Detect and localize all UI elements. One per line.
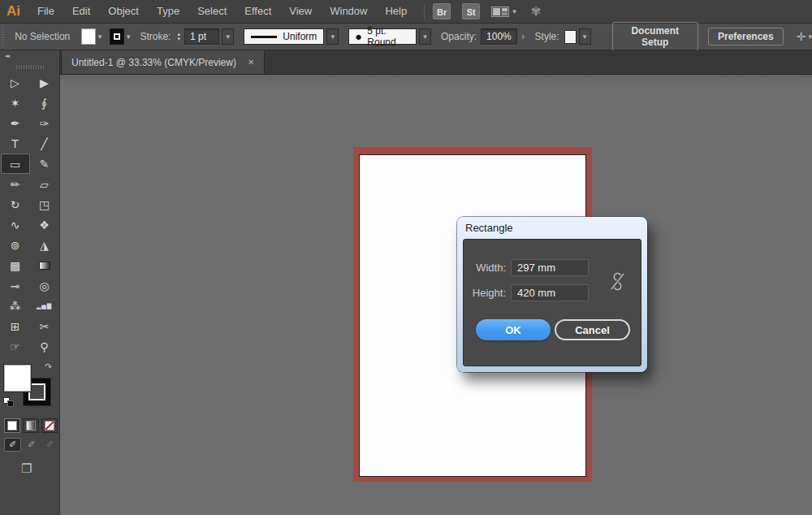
dialog-title[interactable]: Rectangle [457, 217, 647, 239]
brush-definition-dropdown[interactable]: ● 5 pt. Round [348, 28, 417, 45]
rotate-tool[interactable]: ↻ [1, 194, 30, 214]
width-profile-dropdown[interactable]: Uniform [244, 28, 324, 45]
blend-icon: ◎ [39, 279, 49, 292]
perspective-grid-icon: ◮ [40, 239, 49, 252]
artboard-icon: ⊞ [11, 320, 20, 333]
type-tool[interactable]: T [1, 133, 30, 154]
stock-button[interactable]: St [462, 3, 480, 19]
panel-grip[interactable] [1, 26, 5, 47]
cs-live-icon[interactable]: ✾ [531, 4, 542, 19]
stroke-weight-stepper[interactable]: ▴ ▾ [177, 32, 180, 41]
menu-select[interactable]: Select [188, 0, 235, 23]
stroke-swatch-hole [114, 33, 120, 40]
chevron-down-icon[interactable]: ▾ [512, 7, 516, 15]
draw-normal-mode[interactable]: ✐ [4, 438, 21, 452]
menu-edit[interactable]: Edit [63, 0, 99, 23]
screen-mode-icon[interactable]: ❐ [21, 461, 59, 476]
chevron-down-icon[interactable]: ▾ [127, 32, 131, 41]
selection-tool[interactable]: ▷ [1, 72, 30, 93]
free-transform-tool[interactable]: ❖ [30, 214, 59, 235]
gradient-button[interactable] [23, 418, 39, 433]
column-graph-tool[interactable]: ▂▅▇ [30, 296, 59, 316]
draw-behind-mode[interactable]: ✐ [23, 438, 40, 452]
tools-grid: ▷▶✶∮✒✑T╱▭✎✏▱↻◳∿❖⊚◮▩⊸◎⁂▂▅▇⊞✂☞⚲ [0, 72, 59, 357]
magic-wand-tool[interactable]: ✶ [1, 93, 30, 113]
blob-brush-tool[interactable]: ✏ [1, 174, 30, 194]
gradient-tool[interactable] [30, 255, 59, 275]
menu-window[interactable]: Window [321, 0, 376, 23]
paintbrush-tool[interactable]: ✎ [30, 154, 59, 174]
menu-view[interactable]: View [280, 0, 321, 23]
chevron-down-icon[interactable]: ▾ [98, 32, 102, 41]
default-fill-stroke-icon[interactable] [3, 397, 15, 407]
rectangle-icon: ▭ [10, 158, 20, 171]
control-panel-extra-icon[interactable]: ✛ [797, 30, 806, 43]
color-button[interactable] [4, 418, 20, 433]
collapse-panel-icon[interactable]: ◂◂ [0, 50, 59, 62]
blob-brush-icon: ✏ [11, 178, 20, 191]
ok-button[interactable]: OK [476, 319, 551, 340]
width-profile-chevron[interactable]: ▾ [326, 28, 339, 45]
spinner-down-icon[interactable]: ▾ [177, 37, 180, 41]
lasso-tool[interactable]: ∮ [30, 93, 59, 113]
height-field[interactable] [511, 284, 589, 301]
arrange-pane-large [493, 8, 500, 15]
line-segment-tool[interactable]: ╱ [30, 133, 59, 154]
scale-tool[interactable]: ◳ [30, 194, 59, 214]
zoom-tool[interactable]: ⚲ [30, 336, 59, 357]
opacity-arrow-icon[interactable]: › [521, 31, 525, 42]
width-field[interactable] [511, 259, 589, 276]
chevron-down-icon[interactable]: ▾ [808, 32, 812, 41]
swap-fill-stroke-icon[interactable]: ↷ [45, 361, 52, 372]
blend-tool[interactable]: ◎ [30, 275, 59, 296]
mesh-tool[interactable]: ▩ [1, 255, 30, 275]
selection-icon: ▷ [11, 76, 19, 89]
constrain-proportions-icon[interactable] [611, 272, 624, 294]
hand-tool[interactable]: ☞ [1, 336, 30, 357]
slice-tool[interactable]: ✂ [30, 316, 59, 336]
tools-panel-grip[interactable] [16, 65, 44, 69]
symbol-sprayer-tool[interactable]: ⁂ [1, 296, 30, 316]
fill-color-swatch[interactable] [81, 28, 96, 45]
stroke-label: Stroke: [140, 31, 171, 42]
close-icon[interactable]: ✕ [248, 58, 254, 67]
rectangle-tool[interactable]: ▭ [1, 154, 30, 174]
perspective-grid-tool[interactable]: ◮ [30, 235, 59, 255]
graphic-style-swatch[interactable] [564, 30, 577, 44]
style-chevron[interactable]: ▾ [579, 28, 591, 45]
none-button[interactable] [41, 418, 58, 433]
stroke-weight-field[interactable]: 1 pt [184, 28, 219, 45]
preferences-button[interactable]: Preferences [708, 28, 784, 45]
pen-tool[interactable]: ✒ [1, 113, 30, 133]
document-tab-title: Untitled-1 @ 33.33% (CMYK/Preview) [71, 57, 236, 68]
drawing-modes-row: ✐✐✐ [0, 438, 59, 452]
menu-object[interactable]: Object [99, 0, 148, 23]
cancel-button[interactable]: Cancel [555, 319, 630, 340]
document-setup-button[interactable]: Document Setup [612, 22, 698, 51]
eyedropper-tool[interactable]: ⊸ [1, 275, 30, 296]
document-tab[interactable]: Untitled-1 @ 33.33% (CMYK/Preview) ✕ [61, 50, 265, 74]
pencil-tool[interactable]: ✑ [30, 113, 59, 133]
width-tool[interactable]: ∿ [1, 214, 30, 235]
menu-help[interactable]: Help [376, 0, 416, 23]
arrange-documents-icon[interactable] [491, 6, 509, 17]
bridge-button[interactable]: Br [433, 3, 451, 19]
rotate-icon: ↻ [11, 198, 20, 211]
slice-icon: ✂ [40, 320, 50, 333]
fill-swatch[interactable] [4, 365, 31, 392]
menu-file[interactable]: File [28, 0, 63, 23]
draw-inside-mode[interactable]: ✐ [41, 438, 58, 452]
menu-type[interactable]: Type [148, 0, 188, 23]
opacity-field[interactable]: 100% [481, 28, 517, 45]
stroke-weight-dropdown[interactable]: ▾ [222, 28, 234, 45]
pen-icon: ✒ [11, 117, 20, 130]
eraser-tool[interactable]: ▱ [30, 174, 59, 194]
brush-definition-chevron[interactable]: ▾ [419, 28, 431, 45]
stroke-color-swatch[interactable] [110, 28, 124, 45]
canvas-area[interactable] [60, 75, 812, 515]
shape-builder-tool[interactable]: ⊚ [1, 235, 30, 255]
gradient-tool-icon [39, 262, 50, 270]
artboard-tool[interactable]: ⊞ [1, 316, 30, 336]
direct-selection-tool[interactable]: ▶ [30, 72, 59, 93]
menu-effect[interactable]: Effect [235, 0, 280, 23]
